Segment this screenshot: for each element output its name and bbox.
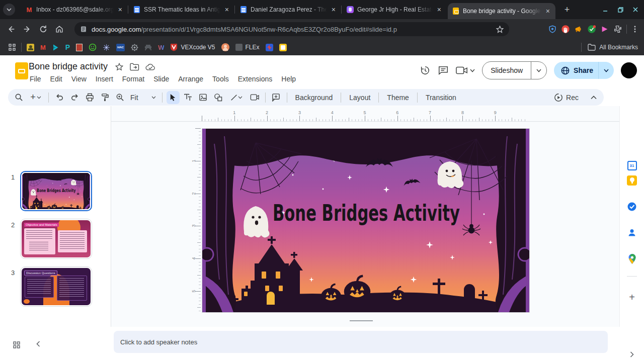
invader-bookmark[interactable] [144, 42, 152, 52]
shield-extension-icon[interactable] [548, 25, 557, 34]
search-menus-button[interactable] [12, 91, 25, 104]
tab-close-icon[interactable]: × [436, 6, 443, 14]
slide-scroll-handle[interactable] [350, 320, 373, 321]
flex-bookmark[interactable]: FLEx [235, 42, 260, 52]
current-slide[interactable] [202, 128, 530, 313]
keep-panel-button[interactable] [626, 174, 638, 187]
document-title[interactable]: Bone bridge activity [29, 61, 108, 72]
tab-close-icon[interactable]: × [544, 7, 551, 15]
layout-button[interactable]: Layout [344, 94, 375, 102]
menu-format[interactable]: Format [118, 73, 149, 84]
new-tab-button[interactable]: + [561, 4, 573, 15]
redo-button[interactable] [68, 91, 81, 104]
fireworks-bookmark[interactable] [103, 42, 110, 52]
speaker-notes-input[interactable]: Click to add speaker notes [114, 331, 608, 353]
grid-view-button[interactable] [13, 341, 21, 349]
p-bookmark[interactable]: P [65, 42, 70, 52]
share-dropdown-button[interactable] [598, 62, 614, 79]
tab-search-button[interactable] [3, 4, 15, 16]
comments-icon[interactable] [438, 65, 449, 76]
pink-arrow-extension-icon[interactable] [600, 25, 609, 34]
tab-gmail[interactable]: M Inbox - dz063965@sdale.org × [21, 0, 128, 19]
insert-line-button[interactable] [227, 91, 246, 104]
adblock-hand-extension-icon[interactable] [561, 25, 570, 34]
hac-bookmark[interactable]: HAC [116, 42, 125, 52]
menu-tools[interactable]: Tools [208, 73, 233, 84]
undo-button[interactable] [53, 91, 66, 104]
stamp-bookmark[interactable] [76, 42, 83, 52]
site-info-icon[interactable] [79, 25, 88, 33]
cloud-saved-icon[interactable] [145, 63, 155, 71]
paint-format-button[interactable] [98, 91, 111, 104]
slideshow-button[interactable]: Slideshow [482, 66, 531, 74]
text-box-button[interactable] [182, 91, 195, 104]
zoom-button[interactable] [113, 91, 126, 104]
menu-extensions[interactable]: Extensions [233, 73, 277, 84]
menu-arrange[interactable]: Arrange [174, 73, 208, 84]
green-circle-extension-icon[interactable] [587, 25, 596, 34]
menu-edit[interactable]: Edit [46, 73, 67, 84]
classroom-bookmark[interactable] [27, 42, 34, 52]
address-bar[interactable]: docs.google.com/presentation/d/1Vrgc8dmt… [74, 22, 509, 36]
insert-shape-button[interactable] [212, 91, 225, 104]
bookmark-star-icon[interactable] [496, 25, 504, 34]
star-document-icon[interactable] [115, 62, 124, 71]
zoom-select[interactable]: Fit [127, 94, 159, 102]
record-button[interactable]: Rec [554, 93, 579, 102]
select-tool-button[interactable] [167, 91, 180, 104]
menu-slide[interactable]: Slide [149, 73, 174, 84]
tab-close-icon[interactable]: × [117, 6, 124, 14]
window-restore-button[interactable] [614, 5, 627, 15]
back-button[interactable] [3, 21, 19, 37]
apps-grid-button[interactable] [8, 42, 16, 52]
slide-thumbnail-3[interactable]: Discussion Questions [20, 266, 92, 307]
tab-daniel-doc[interactable]: Daniel Zaragoza Perez - Them × [235, 0, 341, 19]
megaphone-extension-icon[interactable] [574, 25, 583, 34]
orange-person-bookmark[interactable] [221, 42, 229, 52]
home-button[interactable] [51, 21, 67, 37]
w-bookmark[interactable]: W [158, 42, 164, 52]
meet-button[interactable] [456, 65, 475, 75]
tab-george-doc[interactable]: George Jr High - Real Estate F × [342, 0, 447, 19]
account-avatar[interactable] [621, 62, 637, 78]
window-close-button[interactable] [629, 5, 642, 15]
window-minimize-button[interactable] [599, 5, 612, 15]
insert-video-button[interactable] [248, 91, 261, 104]
version-history-icon[interactable] [420, 65, 431, 76]
bolt-bookmark[interactable] [266, 42, 273, 52]
menu-insert[interactable]: Insert [91, 73, 118, 84]
add-comment-button[interactable] [270, 91, 283, 104]
tab-ssr-doc[interactable]: SSR Thematic Ideas in Antigo × [129, 0, 234, 19]
move-folder-icon[interactable] [130, 63, 139, 71]
menu-help[interactable]: Help [277, 73, 300, 84]
forward-button[interactable] [19, 21, 35, 37]
slide-thumbnail-2[interactable]: Objective and Materials [20, 219, 92, 259]
theme-button[interactable]: Theme [382, 94, 414, 102]
reload-button[interactable] [35, 21, 51, 37]
insert-image-button[interactable] [197, 91, 210, 104]
gear-bookmark[interactable] [131, 42, 138, 52]
new-slide-button[interactable]: + [27, 91, 44, 104]
calendar-panel-button[interactable]: 31 [626, 159, 638, 171]
extensions-puzzle-icon[interactable] [613, 25, 622, 34]
smiley-bookmark[interactable] [89, 42, 97, 52]
background-button[interactable]: Background [290, 94, 338, 102]
all-bookmarks-button[interactable]: All Bookmarks [581, 39, 638, 55]
slideshow-dropdown-button[interactable] [531, 62, 546, 79]
share-button[interactable]: Share [554, 62, 598, 79]
teal-play-bookmark[interactable] [52, 42, 59, 52]
menu-view[interactable]: View [67, 73, 91, 84]
tab-close-icon[interactable]: × [223, 6, 230, 14]
vexcode-bookmark[interactable]: VEXcode V5 [170, 42, 215, 52]
collapse-toolbar-chevron-icon[interactable] [591, 96, 597, 100]
tab-close-icon[interactable]: × [330, 6, 337, 14]
tab-bone-bridge-active[interactable]: Bone bridge activity - Google × [448, 3, 555, 19]
maps-panel-button[interactable] [626, 253, 638, 265]
gmail-bookmark[interactable]: M [40, 42, 46, 52]
get-addons-button[interactable]: + [626, 291, 638, 303]
menu-file[interactable]: File [25, 73, 46, 84]
browser-menu-kebab-icon[interactable] [631, 25, 639, 33]
slide-thumbnail-1[interactable] [20, 171, 92, 211]
show-side-panel-button[interactable] [626, 348, 638, 360]
transition-button[interactable]: Transition [421, 94, 461, 102]
